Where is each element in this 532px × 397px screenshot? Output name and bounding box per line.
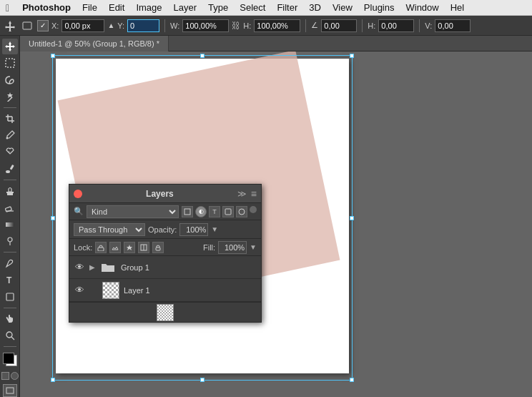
layer-row-layer1[interactable]: 👁 Layer 1 bbox=[69, 279, 261, 302]
angle-input[interactable] bbox=[321, 19, 357, 32]
w-input[interactable] bbox=[182, 19, 229, 32]
standard-mode-icon[interactable] bbox=[1, 372, 9, 380]
fill-input[interactable] bbox=[218, 241, 247, 254]
group1-visibility-toggle[interactable]: 👁 bbox=[74, 262, 85, 273]
fill-label: Fill: bbox=[203, 243, 215, 252]
transform-handle-bottom-right[interactable] bbox=[350, 378, 354, 382]
transform-handle-top-left[interactable] bbox=[51, 54, 55, 58]
filter-toggle-dot[interactable] bbox=[250, 206, 257, 213]
menu-file[interactable]: File bbox=[77, 0, 103, 16]
opacity-input[interactable] bbox=[179, 223, 208, 236]
menu-image[interactable]: Image bbox=[130, 0, 167, 16]
menu-bar:  Photoshop File Edit Image Layer Type S… bbox=[0, 0, 532, 16]
tool-marquee-rect[interactable] bbox=[2, 56, 18, 72]
layer-bottom-thumb bbox=[157, 304, 174, 321]
main-layout: + bbox=[0, 36, 532, 397]
h-input[interactable] bbox=[254, 19, 300, 32]
menu-edit[interactable]: Edit bbox=[103, 0, 130, 16]
svg-point-23 bbox=[6, 332, 12, 338]
transform-handle-top-right[interactable] bbox=[350, 54, 354, 58]
separator-3 bbox=[362, 19, 363, 32]
y-input[interactable] bbox=[127, 19, 159, 32]
quick-mask-icon[interactable] bbox=[11, 372, 19, 380]
tool-shape[interactable] bbox=[2, 289, 18, 305]
svg-rect-22 bbox=[6, 293, 14, 300]
tool-zoom[interactable] bbox=[2, 328, 18, 343]
svg-rect-29 bbox=[98, 247, 104, 251]
layer1-visibility-toggle[interactable]: 👁 bbox=[74, 285, 85, 296]
x-input[interactable] bbox=[61, 19, 104, 32]
tool-heal[interactable]: + bbox=[2, 144, 18, 160]
layers-panel-header: Layers ≫ ≡ bbox=[69, 185, 261, 203]
opacity-label: Opacity: bbox=[148, 225, 177, 234]
layer-row-group1[interactable]: 👁 ▶ Group 1 bbox=[69, 256, 261, 279]
lock-transparent-icon[interactable] bbox=[95, 242, 107, 253]
group1-name: Group 1 bbox=[121, 263, 257, 272]
filter-smart-icon[interactable] bbox=[236, 206, 247, 217]
filter-pixel-icon[interactable] bbox=[182, 206, 193, 217]
layer-type-filter-icons: ◐ T bbox=[182, 206, 257, 217]
menu-plugins[interactable]: Plugins bbox=[358, 0, 400, 16]
menu-view[interactable]: View bbox=[327, 0, 358, 16]
menu-3d[interactable]: 3D bbox=[303, 0, 327, 16]
transform-options-icon[interactable] bbox=[20, 19, 34, 33]
layer-kind-dropdown[interactable]: Kind bbox=[87, 205, 179, 218]
tool-crop[interactable] bbox=[2, 111, 18, 127]
filter-adjustment-icon[interactable]: ◐ bbox=[195, 206, 207, 217]
v-input[interactable] bbox=[435, 19, 471, 32]
filter-type-icon[interactable]: T bbox=[209, 206, 220, 217]
lock-all-icon[interactable] bbox=[152, 242, 164, 253]
color-swatches[interactable] bbox=[1, 351, 19, 368]
tool-pen[interactable] bbox=[2, 255, 18, 271]
filter-shape-icon[interactable] bbox=[222, 206, 234, 217]
panel-collapse-icon[interactable]: ≫ bbox=[237, 189, 247, 199]
panel-close-button[interactable] bbox=[74, 190, 82, 198]
tool-gradient[interactable] bbox=[2, 217, 18, 232]
transform-handle-top-middle[interactable] bbox=[200, 54, 205, 58]
tool-lasso[interactable] bbox=[2, 72, 18, 88]
menu-window[interactable]: Window bbox=[400, 0, 444, 16]
panel-menu-icon[interactable]: ≡ bbox=[251, 188, 257, 200]
lock-image-icon[interactable] bbox=[109, 242, 121, 253]
tool-hand[interactable] bbox=[2, 311, 18, 327]
tool-separator-1 bbox=[4, 107, 16, 108]
menu-select[interactable]: Select bbox=[234, 0, 271, 16]
lock-position-icon[interactable] bbox=[124, 242, 135, 253]
fill-arrow[interactable]: ▼ bbox=[250, 243, 257, 251]
tool-dodge[interactable] bbox=[2, 234, 18, 250]
svg-rect-15 bbox=[7, 193, 13, 195]
h-label: H: bbox=[243, 21, 251, 30]
auto-select-checkbox[interactable]: ✓ bbox=[37, 20, 49, 31]
tool-stamp[interactable] bbox=[2, 183, 18, 199]
canvas-tab[interactable]: Untitled-1 @ 50% (Group 1, RGB/8) * bbox=[20, 36, 169, 52]
svg-point-13 bbox=[6, 170, 10, 173]
tool-move[interactable] bbox=[2, 39, 18, 54]
transform-handle-bottom-left[interactable] bbox=[51, 378, 55, 382]
tool-wand[interactable] bbox=[2, 89, 18, 105]
tool-eraser[interactable] bbox=[2, 200, 18, 216]
transform-handle-bottom-middle[interactable] bbox=[200, 378, 205, 382]
layers-lock-row: Lock: Fill: bbox=[69, 239, 261, 256]
menu-photoshop[interactable]: Photoshop bbox=[16, 0, 77, 16]
link-proportions-icon[interactable]: ⛓ bbox=[232, 21, 240, 31]
menu-type[interactable]: Type bbox=[202, 0, 234, 16]
canvas-content[interactable]: Layers ≫ ≡ 🔍 Kind bbox=[20, 52, 532, 397]
lock-artboard-icon[interactable] bbox=[138, 242, 149, 253]
h2-input[interactable] bbox=[378, 19, 414, 32]
tab-bar: Untitled-1 @ 50% (Group 1, RGB/8) * bbox=[20, 36, 532, 52]
tool-brush[interactable] bbox=[2, 162, 18, 177]
layer1-thumbnail bbox=[102, 282, 119, 299]
menu-filter[interactable]: Filter bbox=[271, 0, 303, 16]
tool-type[interactable]: T bbox=[2, 273, 18, 288]
transform-handle-middle-right[interactable] bbox=[350, 216, 354, 220]
opacity-arrow[interactable]: ▼ bbox=[211, 225, 218, 233]
svg-rect-25 bbox=[6, 388, 14, 393]
menu-help[interactable]: Hel bbox=[445, 0, 471, 16]
blend-mode-dropdown[interactable]: Pass Through bbox=[74, 223, 145, 236]
group1-expand-arrow[interactable]: ▶ bbox=[89, 263, 95, 271]
tool-eyedropper[interactable] bbox=[2, 128, 18, 144]
screen-mode-icon[interactable] bbox=[3, 384, 17, 397]
lock-label: Lock: bbox=[74, 243, 92, 252]
menu-layer[interactable]: Layer bbox=[168, 0, 203, 16]
transform-handle-middle-left[interactable] bbox=[51, 216, 55, 220]
